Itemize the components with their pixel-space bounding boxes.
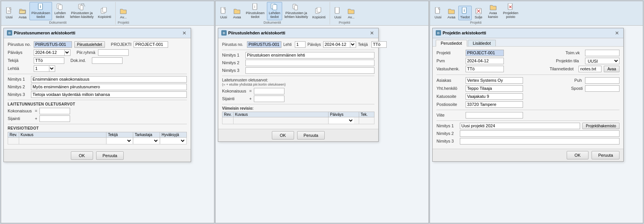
piirustuksen-tiedot-label-1: Piirustuksentiedot [31,11,50,19]
avaa-kansio-label-3: Avaakansio [488,11,498,19]
vastuuhenk-input-3[interactable] [466,66,504,72]
piirustusten-button-1[interactable]: Piirustusten jalehtien käsittely [68,2,96,20]
laitetunnusten-sub-2: (= + etulite yhdistää piir.kortin oletuk… [222,83,374,86]
uusi-label-1: Uusi [6,15,13,19]
rev-col-rev-1: Rev. [8,132,19,137]
nimitys2-input-2[interactable] [245,60,374,66]
projekti-input-1[interactable] [134,41,168,48]
lehtia-dropdown-1[interactable] [49,65,55,72]
info-proj-icon-3: i [461,7,469,15]
nimitys2-input-3[interactable] [460,130,619,137]
lehden-tiedot-button-1[interactable]: Lehdentiedot [52,2,68,20]
nimitys3-input-2[interactable] [245,67,374,74]
paivaays-dropdown-1[interactable] [64,49,70,56]
asiakas-input-3[interactable] [466,77,523,84]
projektien-poisto-button-3[interactable]: Projektienpoisto [501,2,520,20]
tiedot-button-3[interactable]: i Tiedot [458,6,472,20]
piirustuksen-tiedot-button-1[interactable]: i Piirustuksentiedot [29,2,52,20]
kokonaisuus-eq-1: = [35,109,37,113]
sheet-doc-icon-2 [270,3,279,11]
avaa-kansio-button-3[interactable]: Avaakansio [485,2,501,20]
nimitys3-input-1[interactable] [31,91,187,98]
avaa-button-3[interactable]: Avaa [445,6,458,20]
kopiointi-button-1[interactable]: Kopiointi [96,6,113,20]
svg-rect-12 [103,7,106,12]
kokonaisuus-input-1[interactable] [39,108,70,114]
avaa-proj-button-2[interactable]: Av... [345,6,358,20]
puh-input-3[interactable] [585,77,619,84]
info-doc-icon: i [37,3,45,11]
tarkastaja-dropdown-rev-1[interactable] [134,138,159,144]
copy-doc-icon [100,7,109,15]
toim-vk-input-3[interactable] [585,50,619,56]
piirustusten-button-2[interactable]: Piirustusten jalehtien käsittely [283,2,310,20]
tab-lisatiedot[interactable]: Lisätiedot [468,40,496,46]
sulje-button-3[interactable]: Sulje [472,6,485,20]
sijainti-input-1[interactable] [39,115,70,122]
tekija-input-1[interactable] [34,57,64,64]
svg-text:i: i [464,8,465,13]
piirustus-no-input-1[interactable] [34,41,72,48]
nimitys1-input-1[interactable] [31,76,187,83]
avaa-proj-button-1[interactable]: Av... [117,6,130,20]
projektin-tila-select-3[interactable]: UUSI [585,58,619,64]
peruuta-button-2[interactable]: Peruuta [297,131,325,140]
dok-ind-input-1[interactable] [92,57,123,64]
dokumentit-group-label-1: Dokumentit [3,21,113,24]
dok-ind-label-1: Dok.ind. [70,58,90,63]
kopiointi-button-2[interactable]: Kopiointi [311,6,328,20]
tekija-dropdown-rev-1[interactable] [107,138,132,144]
tekija-input-2[interactable] [371,41,387,48]
open-doc-icon [18,7,27,15]
hyvaksyja-dropdown-rev-1[interactable] [161,138,186,144]
sijainti-input-2[interactable] [254,96,284,102]
uusi-proj-button-2[interactable]: Uusi [331,6,344,20]
piirustuksen-tiedot-button-2[interactable]: i Piirustuksentiedot [244,2,266,20]
projekti-input-3[interactable] [466,50,504,56]
manage-doc-icon [78,3,86,11]
avaa-button-2[interactable]: Avaa [230,6,244,20]
piirustus-no-input-2[interactable] [247,41,281,48]
ok-button-3[interactable]: OK [567,151,589,159]
pvm-input-3[interactable] [466,58,504,64]
katuosoite-input-3[interactable] [466,93,523,100]
peruuta-button-3[interactable]: Peruuta [592,151,619,159]
uusi-button-3[interactable]: Uusi [432,6,445,20]
lehden-tiedot-label-2: Lehdentiedot [269,11,280,19]
uusi-button-2[interactable]: Uusi [217,6,230,20]
close-icon-2[interactable]: ✕ [369,30,375,36]
rev-paivaays-dropdown-2[interactable] [348,117,354,123]
svg-rect-21 [317,7,321,12]
close-icon-1[interactable]: ✕ [181,30,188,36]
lehden-tiedot-button-2[interactable]: Lehdentiedot [267,2,282,20]
viite-input-3[interactable] [466,112,523,118]
paivaays-input-1[interactable] [34,49,64,56]
piir-ryhma-input-1[interactable] [98,49,129,56]
kopiointi-label-1: Kopiointi [98,15,111,19]
postiosoite-input-3[interactable] [466,101,523,108]
ok-button-2[interactable]: OK [272,131,294,140]
lehti-input-2[interactable] [295,41,306,48]
lehtia-input-1[interactable] [34,65,49,72]
avaa-button-tilannetiedot[interactable]: Avaa [604,66,619,72]
paivaays-input-2[interactable] [323,41,350,48]
avaa-button-1[interactable]: Avaa [16,6,29,20]
kokonaisuus-input-2[interactable] [254,88,284,94]
nimitys2-input-1[interactable] [31,84,187,90]
tilannetiedot-input-3[interactable] [579,66,602,72]
paivaays-dropdown-2[interactable] [350,41,356,48]
uusi-button-1[interactable]: Uusi [3,6,16,20]
tab-perustiedot[interactable]: Perustiedot [436,40,467,47]
sposti-input-3[interactable] [585,85,619,92]
ok-button-1[interactable]: OK [71,151,93,160]
nimitys1-input-3[interactable] [460,123,580,129]
yht-henkilo-input-3[interactable] [466,85,523,92]
rev-paivaays-input-2[interactable] [329,117,348,123]
piirustuslehdet-button[interactable]: Piirustuslehdet [74,41,105,48]
nimitys3-input-3[interactable] [460,138,619,144]
nimitys3-label-1: Nimitys 3 [8,92,29,97]
peruuta-button-1[interactable]: Peruuta [96,151,124,160]
close-icon-3[interactable]: ✕ [614,30,620,36]
projektihakemisto-button[interactable]: Projektihakemisto [582,123,619,129]
nimitys1-input-2[interactable] [245,52,374,58]
